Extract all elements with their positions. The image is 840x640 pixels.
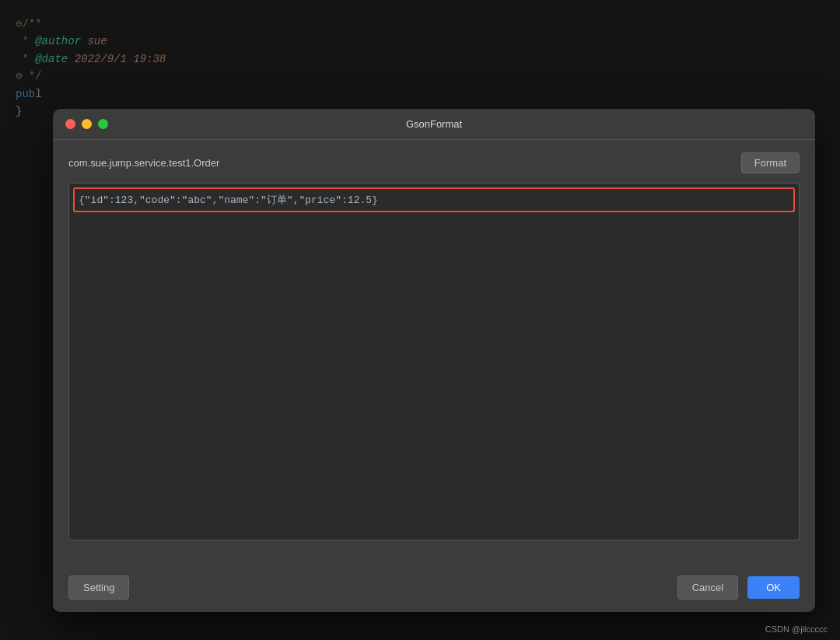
dialog-content: com.sue.jump.service.test1.Order Format … (53, 140, 815, 568)
bottom-row: Setting Cancel OK (53, 568, 815, 612)
minimize-button[interactable] (82, 119, 92, 129)
cancel-button[interactable]: Cancel (677, 575, 738, 600)
json-area-wrapper: {"id":123,"code":"abc","name":"订单","pric… (68, 183, 800, 544)
gson-format-dialog: GsonFormat com.sue.jump.service.test1.Or… (53, 109, 815, 612)
class-name-label: com.sue.jump.service.test1.Order (68, 157, 219, 169)
maximize-button[interactable] (98, 119, 108, 129)
close-button[interactable] (65, 119, 75, 129)
format-button[interactable]: Format (741, 152, 800, 173)
json-input[interactable]: {"id":123,"code":"abc","name":"订单","pric… (68, 183, 800, 540)
ok-button[interactable]: OK (747, 576, 800, 599)
setting-button[interactable]: Setting (68, 575, 129, 600)
dialog-title: GsonFormat (406, 118, 462, 130)
traffic-lights (65, 119, 108, 129)
top-row: com.sue.jump.service.test1.Order Format (68, 152, 800, 173)
right-buttons: Cancel OK (677, 575, 800, 600)
dialog-title-bar: GsonFormat (53, 109, 815, 140)
watermark: CSDN @jilccccc (765, 624, 828, 634)
